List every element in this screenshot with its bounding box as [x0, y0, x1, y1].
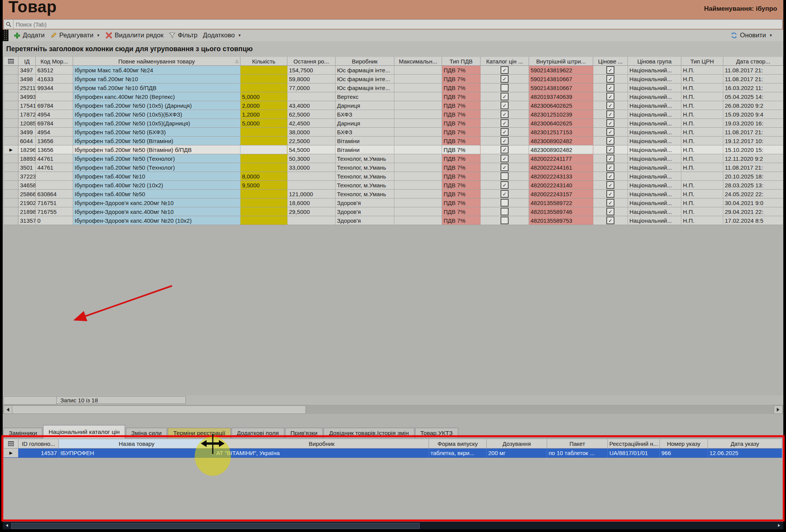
- cell-price_group[interactable]: Національний...: [628, 198, 681, 207]
- column-header-vendor[interactable]: Виробник: [335, 57, 394, 66]
- cell-price_group[interactable]: Національний...: [628, 190, 681, 198]
- catalog-checkbox[interactable]: ✓: [501, 190, 509, 198]
- cell-max[interactable]: [394, 172, 442, 181]
- cell-name[interactable]: Ібупрофен таб.400мг №10: [73, 172, 240, 181]
- row-indicator-header[interactable]: [4, 439, 18, 449]
- cell-price_group[interactable]: Національний...: [628, 216, 681, 225]
- cell-vat[interactable]: ПДВ 7%: [442, 198, 481, 207]
- cell-created[interactable]: 11.08.2017 21:: [723, 75, 783, 83]
- cell-catalog[interactable]: ✓: [481, 128, 529, 137]
- delete-row-button[interactable]: Видалити рядок: [105, 32, 164, 39]
- column-header-pack[interactable]: Пакет: [547, 439, 608, 449]
- catalog-checkbox[interactable]: [501, 217, 509, 224]
- cell-last[interactable]: 77,0000: [287, 83, 335, 92]
- cell-vat[interactable]: ПДВ 7%: [442, 172, 481, 181]
- cell-qty[interactable]: [240, 163, 287, 172]
- row-indicator[interactable]: [4, 83, 18, 92]
- cell-max[interactable]: [394, 154, 442, 163]
- cell-last[interactable]: 121,0000: [287, 190, 335, 198]
- cell-barcode[interactable]: 4820022243157: [529, 190, 593, 198]
- cell-qty[interactable]: 8,0000: [240, 172, 287, 181]
- cell-price_flag[interactable]: ✓: [593, 207, 628, 216]
- column-header-crn[interactable]: Тип ЦРН: [681, 57, 723, 66]
- cell-id[interactable]: 31357: [18, 216, 36, 225]
- cell-max[interactable]: [394, 207, 442, 216]
- toolbar-grip[interactable]: [3, 30, 8, 41]
- cell-crn[interactable]: Н.П.: [681, 145, 723, 154]
- table-row[interactable]: 34993Ібупрофен капс.400мг №20 (Вертекс)5…: [4, 92, 783, 101]
- cell-price_flag[interactable]: ✓: [593, 163, 628, 172]
- catalog-checkbox[interactable]: [501, 172, 509, 180]
- cell-code[interactable]: 44761: [36, 154, 73, 163]
- cell-price_group[interactable]: Національний...: [628, 154, 681, 163]
- price_flag-checkbox[interactable]: ✓: [606, 217, 614, 224]
- cell-max[interactable]: [394, 198, 442, 207]
- cell-qty[interactable]: [240, 128, 287, 137]
- cell-qty[interactable]: 1,2000: [240, 110, 287, 119]
- cell-catalog[interactable]: ✓: [481, 119, 529, 128]
- cell-vendor[interactable]: Вітаміни: [335, 137, 394, 145]
- cell-barcode[interactable]: 5902143819622: [529, 66, 593, 75]
- cell-barcode[interactable]: 4820135589746: [529, 207, 593, 216]
- cell-code[interactable]: 69784: [36, 119, 73, 128]
- table-row[interactable]: ▶1829613656Ібупрофен таб.200мг №50 (Віта…: [4, 145, 783, 154]
- cell-code[interactable]: 4954: [36, 128, 73, 137]
- cell-vat[interactable]: ПДВ 7%: [442, 75, 481, 83]
- column-header-decree[interactable]: Номер указу: [660, 439, 708, 449]
- cell-last[interactable]: 59,8000: [287, 75, 335, 83]
- cell-catalog[interactable]: ✓: [481, 110, 529, 119]
- cell-price_group[interactable]: Національний...: [628, 66, 681, 75]
- main-horizontal-scrollbar[interactable]: [3, 405, 783, 414]
- cell-vendor[interactable]: Юс фармація інте...: [335, 75, 394, 83]
- cell-vendor[interactable]: Дарниця: [335, 101, 394, 110]
- table-row[interactable]: 349763512Ібупром Макс таб.400мг №24154,7…: [4, 66, 783, 75]
- price_flag-checkbox[interactable]: ✓: [606, 190, 614, 198]
- cell-id[interactable]: 18296: [18, 145, 36, 154]
- cell-code[interactable]: 630864: [36, 190, 73, 198]
- group-by-panel[interactable]: Перетягніть заголовок колонки сюди для у…: [3, 41, 783, 57]
- cell-qty[interactable]: [240, 154, 287, 163]
- cell-qty[interactable]: [240, 145, 287, 154]
- cell-qty[interactable]: 5,0000: [240, 119, 287, 128]
- cell-vendor[interactable]: Юс фармація інте...: [335, 83, 394, 92]
- row-indicator[interactable]: ▶: [4, 145, 18, 154]
- row-indicator[interactable]: [4, 154, 18, 163]
- cell-catalog[interactable]: ✓: [481, 190, 529, 198]
- cell-vat[interactable]: ПДВ 7%: [442, 163, 481, 172]
- cell-price_group[interactable]: Національний...: [628, 83, 681, 92]
- price_flag-checkbox[interactable]: ✓: [606, 155, 614, 162]
- cell-code[interactable]: [36, 172, 73, 181]
- table-row[interactable]: 34658Ібупрофен таб.400мг №20 (10х2)9,500…: [4, 181, 783, 190]
- table-row[interactable]: 21898716755Ібупрофен-Здоров'я капс.400мг…: [4, 207, 783, 216]
- cell-code[interactable]: 69784: [36, 101, 73, 110]
- scroll-left-button[interactable]: [3, 405, 12, 414]
- price_flag-checkbox[interactable]: ✓: [606, 93, 614, 100]
- catalog-checkbox[interactable]: [501, 199, 509, 207]
- price_flag-checkbox[interactable]: ✓: [606, 163, 614, 171]
- column-header-name[interactable]: Назва товару: [59, 439, 215, 449]
- cell-max[interactable]: [394, 92, 442, 101]
- cell-qty[interactable]: 5,0000: [240, 92, 287, 101]
- cell-qty[interactable]: [240, 216, 287, 225]
- cell-form[interactable]: таблетка, вкри...: [429, 449, 487, 458]
- cell-vendor[interactable]: Технолог, м.Умань: [335, 163, 394, 172]
- cell-price_group[interactable]: Національний...: [628, 92, 681, 101]
- cell-catalog[interactable]: ✓: [481, 75, 529, 83]
- bottom-scroll-right-button[interactable]: [776, 523, 782, 528]
- cell-created[interactable]: 19.12.2017 10:: [723, 137, 783, 145]
- cell-name[interactable]: Ібупрофен таб.200мг №50 (10х5) (Дарниця): [73, 101, 240, 110]
- cell-max[interactable]: [394, 145, 442, 154]
- cell-qty[interactable]: [240, 137, 287, 145]
- catalog-checkbox[interactable]: ✓: [501, 155, 509, 162]
- cell-price_flag[interactable]: ✓: [593, 66, 628, 75]
- cell-id[interactable]: 6044: [18, 137, 36, 145]
- column-header-last[interactable]: Остання ро...: [287, 57, 335, 66]
- cell-code[interactable]: 99344: [36, 83, 73, 92]
- cell-name[interactable]: Ібупрофен таб.200мг №50 (Технолог): [73, 154, 240, 163]
- catalog-checkbox[interactable]: [501, 84, 509, 92]
- column-header-barcode[interactable]: Внутрішній штри...: [529, 57, 593, 66]
- cell-decree[interactable]: 966: [660, 449, 708, 458]
- table-row[interactable]: 178724954Ібупрофен таб.200мг №50 (10х5)(…: [4, 110, 783, 119]
- cell-name[interactable]: Ібупрофен-Здоров'я капс.400мг №20 (10х2): [73, 216, 240, 225]
- cell-catalog[interactable]: [481, 172, 529, 181]
